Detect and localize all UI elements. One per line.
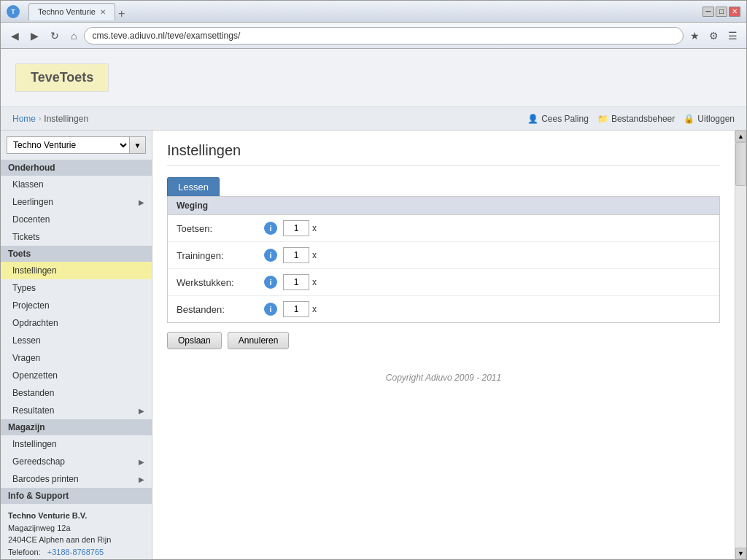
sidebar-item-docenten[interactable]: Docenten	[1, 211, 152, 228]
forward-button[interactable]: ▶	[26, 27, 43, 44]
logo: TeveToets	[15, 63, 109, 92]
sidebar-item-barcodes[interactable]: Barcodes printen ▶	[1, 470, 152, 488]
sidebar-item-label: Bestanden	[12, 388, 54, 398]
browser-tab[interactable]: Techno Venturie ✕	[28, 3, 115, 20]
breadcrumb-home[interactable]: Home	[12, 114, 36, 124]
window-controls: ─ □ ✕	[703, 7, 740, 17]
phone-link[interactable]: +3188-8768765	[47, 548, 104, 556]
sidebar-item-openzetten[interactable]: Openzetten	[1, 367, 152, 384]
address-bar[interactable]	[84, 27, 684, 44]
sidebar-item-leerlingen[interactable]: Leerlingen ▶	[1, 193, 152, 211]
menu-icon[interactable]: ☰	[724, 28, 740, 44]
weging-row-bestanden: Bestanden: i x	[168, 296, 719, 322]
tabs: Lessen	[167, 177, 720, 196]
bookmark-icon[interactable]: ★	[686, 28, 703, 44]
files-label: Bestandsbeheer	[611, 114, 675, 124]
sidebar-item-resultaten[interactable]: Resultaten ▶	[1, 402, 152, 419]
tab-lessen[interactable]: Lessen	[167, 177, 220, 196]
weging-row-trainingen: Trainingen: i x	[168, 242, 719, 269]
settings-icon[interactable]: ⚙	[705, 28, 721, 44]
tab-bar: Techno Venturie ✕ +	[26, 3, 131, 20]
scrollbar-up[interactable]: ▲	[735, 131, 746, 142]
minimize-button[interactable]: ─	[703, 7, 714, 17]
sidebar-item-tickets[interactable]: Tickets	[1, 228, 152, 246]
sidebar-item-vragen[interactable]: Vragen	[1, 349, 152, 367]
sidebar-item-klassen[interactable]: Klassen	[1, 176, 152, 193]
main-layout: Techno Venturie ▼ Onderhoud Klassen Leer…	[1, 131, 746, 559]
weging-row-werkstukken: Werkstukken: i x	[168, 269, 719, 296]
maximize-button[interactable]: □	[716, 7, 727, 17]
sidebar-item-label: Leerlingen	[12, 197, 53, 207]
top-nav-actions: 👤 Cees Paling 📁 Bestandsbeheer 🔒 Uitlogg…	[527, 114, 735, 124]
files-icon: 📁	[597, 114, 608, 124]
bestanden-info-icon[interactable]: i	[264, 303, 277, 316]
trainingen-x: x	[312, 250, 317, 260]
werkstukken-info-icon[interactable]: i	[264, 276, 277, 289]
breadcrumb-current: Instellingen	[44, 114, 88, 124]
save-button[interactable]: Opslaan	[167, 332, 222, 349]
page-area: TeveToets Home › Instellingen 👤 Cees Pal…	[1, 49, 746, 559]
back-button[interactable]: ◀	[7, 27, 23, 44]
site-header: TeveToets	[1, 49, 746, 107]
tab-close-button[interactable]: ✕	[100, 8, 106, 16]
files-action[interactable]: 📁 Bestandsbeheer	[597, 114, 675, 124]
sidebar-item-lessen[interactable]: Lessen	[1, 332, 152, 349]
sidebar-item-label: Resultaten	[12, 405, 54, 416]
sidebar-item-label: Openzetten	[12, 370, 58, 381]
section-toets: Toets	[1, 246, 152, 262]
sidebar-item-label: Lessen	[12, 335, 41, 346]
org-select[interactable]: Techno Venturie	[7, 136, 130, 154]
settings-panel: Weging Toetsen: i x Trainingen:	[167, 196, 720, 323]
section-info-support: Info & Support	[1, 488, 152, 504]
sidebar-item-label: Tickets	[12, 232, 40, 242]
title-bar: T Techno Venturie ✕ + ─ □ ✕	[1, 1, 746, 23]
sidebar-item-label: Gereedschap	[12, 456, 65, 467]
sidebar-item-label: Types	[12, 283, 36, 293]
sidebar-item-gereedschap[interactable]: Gereedschap ▶	[1, 453, 152, 470]
werkstukken-input[interactable]	[283, 274, 309, 290]
top-nav: Home › Instellingen 👤 Cees Paling 📁 Best…	[1, 107, 746, 131]
browser-icon: T	[7, 5, 20, 18]
new-tab-button[interactable]: +	[115, 7, 128, 20]
content-area: TeveToets Home › Instellingen 👤 Cees Pal…	[1, 49, 746, 559]
sidebar-item-label: Projecten	[12, 300, 50, 311]
sidebar-item-opdrachten[interactable]: Opdrachten	[1, 314, 152, 332]
scrollbar-down[interactable]: ▼	[735, 548, 746, 559]
scrollbar-track	[735, 142, 746, 548]
toetsen-x: x	[312, 223, 317, 233]
breadcrumb: Home › Instellingen	[12, 114, 88, 124]
user-icon: 👤	[527, 114, 538, 124]
company-name: Techno Venturie B.V.	[8, 511, 87, 520]
user-name: Cees Paling	[541, 114, 589, 124]
scrollbar[interactable]: ▲ ▼	[735, 131, 746, 559]
sidebar-item-label: Docenten	[12, 214, 50, 225]
org-dropdown-button[interactable]: ▼	[130, 136, 146, 154]
sidebar: Techno Venturie ▼ Onderhoud Klassen Leer…	[1, 131, 152, 559]
sidebar-item-instellingen[interactable]: Instellingen	[1, 262, 152, 279]
scrollbar-thumb[interactable]	[735, 142, 746, 186]
logout-label: Uitloggen	[697, 114, 735, 124]
home-button[interactable]: ⌂	[66, 27, 81, 44]
sidebar-item-label: Instellingen	[12, 439, 57, 449]
werkstukken-x: x	[312, 277, 317, 287]
toetsen-input[interactable]	[283, 220, 309, 236]
sidebar-item-projecten[interactable]: Projecten	[1, 297, 152, 314]
page-title: Instellingen	[167, 142, 720, 166]
toetsen-label: Toetsen:	[177, 223, 264, 234]
user-action[interactable]: 👤 Cees Paling	[527, 114, 589, 124]
sidebar-item-types[interactable]: Types	[1, 279, 152, 297]
werkstukken-label: Werkstukken:	[177, 277, 264, 288]
copyright: Copyright Adiuvo 2009 - 2011	[167, 373, 720, 383]
reload-button[interactable]: ↻	[46, 27, 63, 44]
logout-action[interactable]: 🔒 Uitloggen	[684, 114, 735, 124]
close-button[interactable]: ✕	[729, 7, 740, 17]
sidebar-item-bestanden[interactable]: Bestanden	[1, 384, 152, 402]
toetsen-info-icon[interactable]: i	[264, 222, 277, 235]
org-selector: Techno Venturie ▼	[7, 136, 146, 154]
trainingen-input[interactable]	[283, 247, 309, 263]
bestanden-input[interactable]	[283, 301, 309, 317]
trainingen-info-icon[interactable]: i	[264, 249, 277, 262]
form-actions: Opslaan Annuleren	[167, 323, 720, 358]
cancel-button[interactable]: Annuleren	[228, 332, 290, 349]
sidebar-item-magazijn-instellingen[interactable]: Instellingen	[1, 435, 152, 453]
